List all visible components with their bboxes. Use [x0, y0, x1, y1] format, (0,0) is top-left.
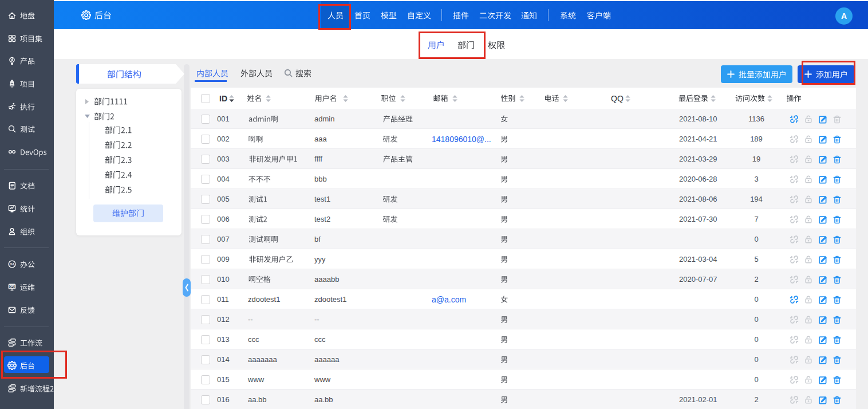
svg-text:OA: OA: [10, 262, 14, 266]
svg-text:OPS: OPS: [9, 285, 15, 288]
